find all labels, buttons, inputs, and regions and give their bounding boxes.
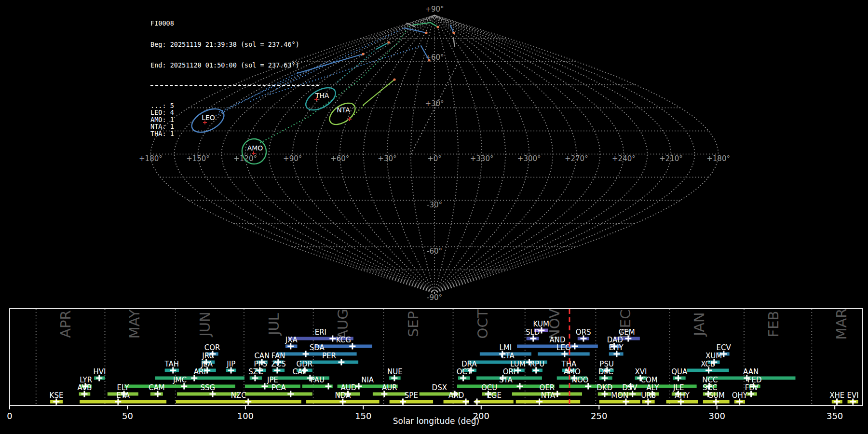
month-label-JUN: JUN bbox=[197, 312, 213, 337]
month-label-MAY: MAY bbox=[126, 310, 143, 339]
map-lon-label: +150° bbox=[186, 154, 210, 163]
shower-label-COR: COR bbox=[204, 343, 220, 352]
map-lat-label: +90° bbox=[425, 5, 444, 14]
shower-label-XCB: XCB bbox=[701, 360, 715, 368]
map-lon-label: +180° bbox=[139, 154, 163, 163]
shower-label-ARI: ARI bbox=[194, 367, 206, 376]
shower-label-KSE: KSE bbox=[50, 391, 64, 400]
meteor-streak-tip bbox=[428, 59, 430, 61]
month-label-OCT: OCT bbox=[475, 309, 491, 339]
month-label-MAR: MAR bbox=[833, 308, 850, 339]
shower-label-URS: URS bbox=[641, 391, 656, 400]
shower-label-OHY: OHY bbox=[732, 391, 748, 400]
count-line: AMO: 1 bbox=[150, 116, 319, 123]
shower-label-SZC: SZC bbox=[248, 367, 263, 376]
shower-label-JMC: JMC bbox=[173, 376, 187, 384]
shower-label-CTA: CTA bbox=[501, 352, 515, 360]
shower-bar-NOO bbox=[559, 385, 601, 388]
shower-label-LEO: LEO bbox=[556, 343, 571, 352]
shower-bar-SPE bbox=[390, 400, 433, 404]
meteor-backtrack-dotted bbox=[352, 106, 364, 117]
map-lon-label: +0° bbox=[427, 154, 442, 163]
x-axis-tick-label: 250 bbox=[591, 411, 607, 421]
station-id: FI0008 bbox=[150, 20, 319, 27]
observation-begin: Beg: 20251119 21:39:38 (sol = 237.46°) bbox=[150, 41, 319, 48]
meteor-streak-tip bbox=[452, 31, 455, 34]
shower-label-NTA: NTA bbox=[541, 391, 556, 400]
radiant-label-NTA: NTA bbox=[337, 106, 350, 114]
shower-bar-SDA bbox=[277, 353, 357, 356]
map-lon-label: +90° bbox=[283, 154, 302, 163]
map-lon-label: +270° bbox=[565, 154, 588, 163]
shower-label-AAN: AAN bbox=[743, 367, 759, 376]
shower-label-EGE: EGE bbox=[487, 391, 502, 400]
shower-label-XVI: XVI bbox=[635, 367, 647, 376]
map-lon-label: +210° bbox=[659, 154, 683, 163]
month-label-AUG: AUG bbox=[335, 309, 351, 339]
meteor-streak bbox=[453, 38, 455, 47]
shower-label-AHY: AHY bbox=[675, 391, 690, 400]
shower-label-LMI: LMI bbox=[500, 343, 512, 352]
shower-label-RPU: RPU bbox=[530, 360, 544, 368]
map-lat-label: +30° bbox=[425, 99, 444, 108]
observation-header: FI0008 Beg: 20251119 21:39:38 (sol = 237… bbox=[150, 6, 319, 151]
x-axis-tick-label: 350 bbox=[827, 411, 843, 421]
map-lon-label: +240° bbox=[612, 154, 636, 163]
map-lon-label: +180° bbox=[706, 154, 730, 163]
shower-label-PER: PER bbox=[322, 352, 336, 360]
meteor-streak bbox=[363, 80, 394, 105]
shower-label-EHY: EHY bbox=[609, 343, 624, 352]
x-axis-tick-label: 50 bbox=[122, 411, 133, 421]
map-lon-label: +330° bbox=[470, 154, 494, 163]
shower-bar-NZC bbox=[176, 400, 301, 404]
shower-label-KUM: KUM bbox=[533, 320, 549, 328]
shower-bar-ETA bbox=[80, 400, 166, 404]
shower-label-ETA: ETA bbox=[116, 391, 130, 400]
shower-bar-MON bbox=[599, 400, 640, 404]
shower-bar-EGE bbox=[475, 400, 514, 404]
shower-label-GUM: GUM bbox=[707, 391, 725, 400]
shower-label-ORS: ORS bbox=[576, 328, 591, 337]
map-lon-label: +60° bbox=[330, 154, 349, 163]
map-lat-label: -60° bbox=[427, 247, 442, 256]
shower-label-NOO: NOO bbox=[572, 376, 589, 384]
x-axis-tick-label: 300 bbox=[709, 411, 725, 421]
shower-bar-ARI bbox=[155, 377, 244, 380]
shower-label-PAU: PAU bbox=[311, 376, 325, 384]
shower-label-ECV: ECV bbox=[717, 343, 732, 352]
shower-label-FAN: FAN bbox=[271, 352, 285, 360]
shower-label-ERI: ERI bbox=[315, 328, 326, 337]
month-label-FEB: FEB bbox=[765, 311, 782, 338]
shower-label-SPE: SPE bbox=[405, 391, 418, 400]
meteor-station-summary-screen: +180°+150°+120°+90°+60°+30°+0°+330°+300°… bbox=[0, 0, 868, 434]
shower-label-HVI: HVI bbox=[94, 367, 106, 376]
shower-count-list: ...: 5LEO: 4AMO: 1NTA: 1THA: 1 bbox=[150, 102, 319, 137]
shower-label-SSG: SSG bbox=[201, 383, 216, 392]
shower-label-TAH: TAH bbox=[164, 360, 179, 368]
x-axis-tick-label: 150 bbox=[355, 411, 371, 421]
x-axis-tick-label: 0 bbox=[7, 411, 12, 421]
shower-label-MON: MON bbox=[611, 391, 628, 400]
shower-label-JIP: JIP bbox=[226, 360, 235, 368]
shower-label-NZC: NZC bbox=[231, 391, 246, 400]
month-label-JAN: JAN bbox=[691, 312, 707, 337]
x-axis-title: Solar longitude (deg) bbox=[393, 416, 480, 426]
map-lon-label: +120° bbox=[233, 154, 257, 163]
shower-label-QUA: QUA bbox=[671, 367, 688, 376]
shower-label-CAN: CAN bbox=[254, 352, 270, 360]
shower-label-JRC: JRC bbox=[202, 352, 214, 360]
month-label-JUL: JUL bbox=[266, 313, 282, 336]
meteor-streak-tip bbox=[436, 26, 439, 28]
meteor-streak-tip bbox=[387, 41, 390, 43]
shower-label-AMO: AMO bbox=[564, 367, 581, 376]
shower-label-EVI: EVI bbox=[847, 391, 858, 400]
shower-label-ORI: ORI bbox=[503, 367, 516, 376]
shower-label-AUR: AUR bbox=[382, 383, 397, 392]
shower-label-NDA: NDA bbox=[335, 391, 351, 400]
meteor-streak-tip bbox=[362, 53, 364, 55]
count-line: ...: 5 bbox=[150, 102, 319, 109]
shower-label-XUM: XUM bbox=[705, 352, 722, 360]
shower-bar-SSG bbox=[177, 393, 239, 396]
month-label-SEP: SEP bbox=[405, 311, 421, 337]
shower-label-STA: STA bbox=[499, 376, 513, 384]
